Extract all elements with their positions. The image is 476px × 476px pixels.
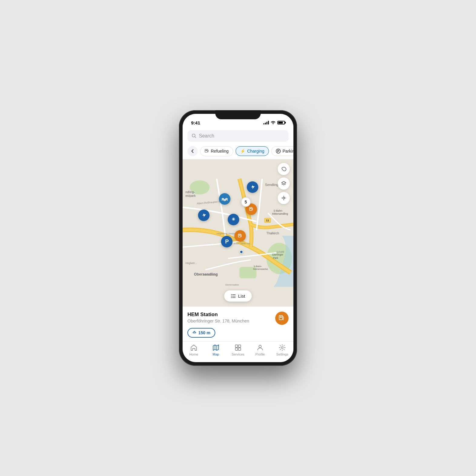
svg-text:Bosc...rieder Str...: Bosc...rieder Str... bbox=[234, 242, 252, 245]
svg-point-39 bbox=[231, 297, 232, 298]
fuel-station-icon bbox=[279, 315, 285, 322]
refueling-label: Refueling bbox=[211, 149, 229, 154]
nav-settings-label: Settings bbox=[276, 352, 288, 356]
svg-text:Höglwörter Straße: Höglwörter Straße bbox=[217, 232, 235, 235]
station-name: HEM Station bbox=[187, 312, 249, 318]
list-icon bbox=[231, 294, 236, 298]
signal-icon bbox=[263, 121, 269, 124]
fuel-icon bbox=[205, 149, 209, 153]
list-button-label: List bbox=[238, 293, 245, 299]
navigate-icon bbox=[192, 331, 197, 335]
refueling-icon bbox=[205, 149, 209, 154]
wave-pin[interactable] bbox=[219, 193, 230, 205]
phone-screen: 9:41 Search bbox=[183, 114, 293, 362]
charging-pin-1[interactable] bbox=[247, 181, 258, 193]
map-area[interactable]: Albert-Roßhaupter-Straße Schäftl Höglwör… bbox=[183, 159, 293, 306]
status-time: 9:41 bbox=[191, 120, 200, 125]
nav-services-label: Services bbox=[232, 352, 244, 356]
svg-text:S-Bahn-: S-Bahn- bbox=[273, 209, 283, 212]
filter-chip-charging[interactable]: ⚡ Charging bbox=[236, 146, 269, 156]
wifi-icon bbox=[271, 121, 276, 125]
station-address: Oberföhringer Str. 178, München bbox=[187, 319, 249, 323]
filter-tabs: Refueling ⚡ Charging P Parking bbox=[183, 144, 293, 159]
list-button[interactable]: List bbox=[224, 290, 252, 302]
charging-pin-2[interactable] bbox=[198, 210, 210, 221]
favorites-button[interactable] bbox=[278, 163, 290, 175]
map-controls bbox=[278, 163, 290, 204]
nav-home[interactable]: Home bbox=[185, 344, 203, 356]
distance-label: 150 m bbox=[198, 330, 210, 335]
nav-map[interactable]: Map bbox=[207, 344, 225, 356]
charging-icon: ⚡ bbox=[240, 149, 245, 154]
svg-rect-33 bbox=[239, 235, 240, 236]
search-icon bbox=[192, 134, 197, 138]
layers-button[interactable] bbox=[278, 177, 290, 190]
station-info: HEM Station Oberföhringer Str. 178, Münc… bbox=[187, 312, 249, 323]
phone-frame: 9:41 Search bbox=[179, 110, 297, 366]
svg-text:Siemenswerke: Siemenswerke bbox=[253, 268, 268, 270]
svg-line-1 bbox=[195, 137, 196, 138]
svg-text:Thalkirch: Thalkirch bbox=[266, 232, 279, 235]
svg-rect-44 bbox=[235, 345, 238, 347]
svg-point-37 bbox=[231, 294, 232, 295]
svg-text:Obersendling: Obersendling bbox=[194, 272, 218, 276]
svg-text:✳: ✳ bbox=[232, 217, 235, 222]
distance-button[interactable]: 150 m bbox=[187, 328, 215, 338]
parking-pin[interactable]: P bbox=[221, 236, 233, 247]
back-button[interactable] bbox=[187, 146, 198, 156]
nav-profile[interactable]: Profile bbox=[251, 344, 269, 356]
svg-text:Park: Park bbox=[273, 256, 278, 259]
service-pin[interactable]: ✳ bbox=[228, 214, 239, 225]
svg-text:11: 11 bbox=[266, 219, 269, 222]
fuel-pin-2[interactable] bbox=[234, 230, 246, 242]
location-button[interactable] bbox=[278, 192, 290, 204]
svg-text:ndling-: ndling- bbox=[185, 190, 195, 194]
svg-rect-3 bbox=[206, 150, 207, 151]
svg-rect-47 bbox=[238, 348, 241, 350]
search-area: Search bbox=[183, 127, 293, 144]
svg-text:estpark: estpark bbox=[185, 194, 196, 197]
parking-label: Parking bbox=[283, 149, 293, 154]
svg-text:Mittersendling: Mittersendling bbox=[272, 212, 288, 215]
nav-map-label: Map bbox=[213, 352, 219, 356]
svg-text:Gierlinger: Gierlinger bbox=[272, 253, 283, 256]
notch bbox=[215, 110, 261, 119]
cluster-count: 5 bbox=[241, 197, 251, 207]
profile-icon bbox=[256, 344, 264, 351]
cluster-badge[interactable]: 5 bbox=[241, 197, 251, 207]
svg-text:S-Bahn-: S-Bahn- bbox=[254, 265, 262, 268]
svg-rect-45 bbox=[238, 345, 241, 347]
user-location-dot bbox=[240, 250, 243, 254]
station-card[interactable]: HEM Station Oberföhringer Str. 178, Münc… bbox=[183, 306, 293, 341]
filter-chip-parking[interactable]: P Parking bbox=[271, 146, 293, 156]
svg-text:Höglwör...: Höglwör... bbox=[185, 262, 197, 265]
search-bar[interactable]: Search bbox=[187, 130, 289, 142]
settings-icon bbox=[279, 344, 286, 351]
svg-point-48 bbox=[259, 345, 261, 348]
map-icon bbox=[212, 344, 220, 351]
charging-label: Charging bbox=[247, 149, 264, 154]
search-input-placeholder: Search bbox=[199, 133, 214, 139]
battery-icon bbox=[277, 121, 285, 124]
station-card-header: HEM Station Oberföhringer Str. 178, Münc… bbox=[187, 312, 289, 325]
svg-text:Sendling: Sendling bbox=[265, 183, 278, 187]
services-icon bbox=[234, 344, 242, 351]
parking-icon: P bbox=[276, 149, 281, 154]
nav-settings[interactable]: Settings bbox=[273, 344, 291, 356]
svg-rect-46 bbox=[235, 348, 238, 350]
svg-rect-41 bbox=[280, 316, 282, 318]
status-icons bbox=[263, 121, 285, 125]
bottom-nav: Home Map Services bbox=[183, 341, 293, 362]
svg-rect-31 bbox=[250, 208, 251, 209]
back-icon bbox=[190, 149, 195, 154]
svg-point-38 bbox=[231, 296, 232, 296]
nav-home-label: Home bbox=[189, 352, 198, 356]
svg-point-49 bbox=[281, 347, 283, 349]
home-icon bbox=[190, 344, 197, 351]
nav-profile-label: Profile bbox=[256, 352, 265, 356]
station-type-badge bbox=[275, 312, 289, 325]
nav-services[interactable]: Services bbox=[229, 344, 247, 356]
filter-chip-refueling[interactable]: Refueling bbox=[200, 146, 233, 156]
svg-text:Siemensallee: Siemensallee bbox=[225, 283, 239, 286]
